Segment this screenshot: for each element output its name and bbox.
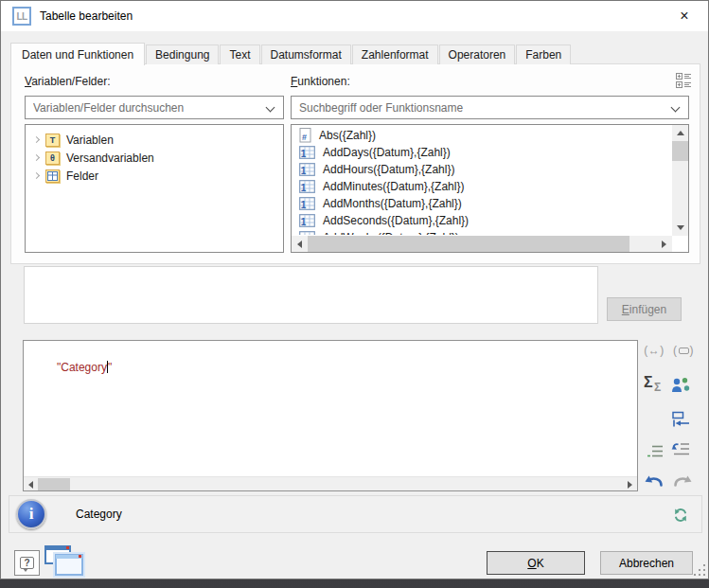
group-view-toggle-button[interactable] <box>674 71 693 90</box>
insert-field-icon <box>671 410 690 429</box>
function-description-box <box>24 266 598 324</box>
close-icon[interactable]: × <box>668 1 700 31</box>
vertical-scrollbar[interactable] <box>672 125 688 236</box>
parentheses-arrow-icon: (↔) <box>644 344 665 357</box>
number-function-icon: # <box>299 128 311 143</box>
cancel-button[interactable]: Abbrechen <box>600 551 693 575</box>
expander-icon[interactable] <box>33 154 40 161</box>
horizontal-scrollbar[interactable] <box>292 236 672 252</box>
function-item-addminutes[interactable]: 1 AddMinutes({Datum},{Zahl}) <box>292 178 671 195</box>
date-function-icon: 1 <box>299 163 315 176</box>
formula-scroll-thumb[interactable] <box>38 478 70 490</box>
tab-zahlenformat[interactable]: Zahlenformat <box>352 45 438 64</box>
insert-button[interactable]: Einfügen <box>607 297 682 321</box>
function-item-abs[interactable]: # Abs({Zahl}) <box>292 127 671 144</box>
shipping-variable-icon: θ <box>45 151 60 165</box>
tab-daten-und-funktionen[interactable]: Daten und Funktionen <box>10 43 145 65</box>
function-item-addweeks[interactable]: 1 AddWeeks({Datum},{Zahl}) <box>292 229 671 235</box>
group-view-icon <box>676 73 692 89</box>
dialog-window: LL Tabelle bearbeiten × Daten und Funkti… <box>0 0 709 579</box>
sigma-icon: Σ <box>644 375 653 390</box>
sigma-sub-icon: Σ <box>654 382 661 393</box>
date-function-icon: 1 <box>299 146 315 159</box>
tree-item-variablen[interactable]: T Variablen <box>26 131 283 149</box>
function-item-addmonths[interactable]: 1 AddMonths({Datum},{Zahl}) <box>292 195 671 212</box>
scroll-right-icon[interactable] <box>656 236 672 252</box>
sum-function-button[interactable]: Σ Σ <box>644 375 668 398</box>
status-text: Category <box>76 508 122 521</box>
svg-text:1: 1 <box>301 200 307 210</box>
scroll-left-icon[interactable] <box>24 477 38 491</box>
formula-text: "Category" <box>38 347 112 387</box>
help-icon: ? <box>20 557 34 569</box>
horizontal-scroll-thumb[interactable] <box>308 236 629 252</box>
undo-button[interactable] <box>643 471 665 489</box>
tab-farben[interactable]: Farben <box>516 45 571 64</box>
refresh-icon <box>673 508 688 523</box>
tree-item-felder[interactable]: Felder <box>26 167 283 185</box>
window-front-icon <box>55 554 83 576</box>
variables-search-input[interactable] <box>26 101 283 115</box>
undo-icon <box>644 472 665 488</box>
functions-list: # Abs({Zahl}) 1 AddDays({Datum},{Zahl}) <box>291 124 689 253</box>
scroll-up-icon[interactable] <box>672 125 688 141</box>
svg-text:1: 1 <box>301 149 307 159</box>
parentheses-field-button[interactable]: () <box>670 342 697 358</box>
help-button[interactable]: ? <box>14 550 40 576</box>
tab-bedingung[interactable]: Bedingung <box>146 45 219 64</box>
tab-text[interactable]: Text <box>220 45 259 64</box>
ok-button[interactable]: OK <box>487 551 585 575</box>
variables-tree: T Variablen θ Versandvariablen Felder <box>25 124 284 253</box>
date-function-icon: 1 <box>299 197 315 210</box>
tree-item-versandvariablen[interactable]: θ Versandvariablen <box>26 149 283 167</box>
tab-page-daten-und-funktionen: Variablen/Felder: T Variablen θ Versandv… <box>10 63 700 264</box>
redo-button[interactable] <box>671 471 694 489</box>
svg-text:1: 1 <box>301 166 307 176</box>
people-data-button[interactable] <box>670 376 691 395</box>
variables-label: Variablen/Felder: <box>25 75 111 88</box>
function-item-adddays[interactable]: 1 AddDays({Datum},{Zahl}) <box>292 144 671 161</box>
status-bar: i Category <box>9 495 702 533</box>
outline-lines-button[interactable] <box>646 443 665 459</box>
svg-text:#: # <box>302 133 307 142</box>
info-icon: i <box>16 499 46 529</box>
functions-list-rows: # Abs({Zahl}) 1 AddDays({Datum},{Zahl}) <box>292 127 671 235</box>
outline-lines-icon <box>647 444 664 458</box>
tab-operatoren[interactable]: Operatoren <box>439 45 516 64</box>
fields-icon <box>45 169 60 183</box>
variables-search-combo <box>25 96 284 119</box>
revert-format-button[interactable] <box>669 439 692 458</box>
undo-lines-icon <box>670 440 691 457</box>
functions-search-combo <box>291 96 689 119</box>
svg-text:1: 1 <box>301 234 307 236</box>
expander-icon[interactable] <box>33 172 40 179</box>
variable-icon: T <box>45 134 60 147</box>
functions-label: Funktionen: <box>291 75 350 88</box>
people-icon <box>671 377 690 394</box>
resize-grip[interactable] <box>693 563 705 576</box>
cascade-windows-button[interactable] <box>44 545 86 580</box>
svg-text:1: 1 <box>301 183 307 193</box>
formula-horizontal-scrollbar[interactable] <box>24 476 637 490</box>
date-function-icon: 1 <box>299 180 315 193</box>
date-function-icon: 1 <box>299 214 315 227</box>
scroll-left-icon[interactable] <box>292 236 308 252</box>
functions-search-input[interactable] <box>292 101 688 115</box>
app-logo-icon: LL <box>12 7 31 26</box>
refresh-button[interactable] <box>672 507 689 524</box>
title-bar: LL Tabelle bearbeiten × <box>1 1 708 31</box>
function-item-addhours[interactable]: 1 AddHours({Datum},{Zahl}) <box>292 161 671 178</box>
parentheses-field-icon: () <box>673 344 694 357</box>
function-item-addseconds[interactable]: 1 AddSeconds({Datum},{Zahl}) <box>292 212 671 229</box>
scroll-down-icon[interactable] <box>672 220 688 236</box>
parentheses-wrap-button[interactable]: (↔) <box>642 342 666 358</box>
window-title: Tabelle bearbeiten <box>40 9 133 23</box>
expander-icon[interactable] <box>33 136 40 143</box>
vertical-scroll-thumb[interactable] <box>672 141 688 161</box>
svg-text:1: 1 <box>301 217 307 227</box>
formula-editor[interactable]: "Category" <box>23 340 638 491</box>
scroll-right-icon[interactable] <box>623 477 637 491</box>
redo-icon <box>672 472 693 488</box>
tab-datumsformat[interactable]: Datumsformat <box>261 45 351 64</box>
insert-field-button[interactable] <box>670 409 691 430</box>
